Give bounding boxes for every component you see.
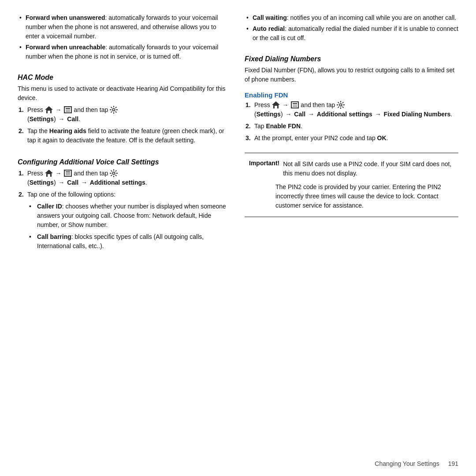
important-row: Important! Not all SIM cards use a PIN2 … bbox=[249, 160, 454, 178]
home-icon bbox=[45, 106, 53, 113]
enabling-fdn-heading: Enabling FDN bbox=[245, 91, 458, 99]
fdn-intro: Fixed Dial Number (FDN), allows you to r… bbox=[245, 66, 458, 84]
menu-icon-2 bbox=[64, 170, 72, 177]
top-bullets: Forward when unanswered: automatically f… bbox=[18, 13, 231, 63]
svg-rect-4 bbox=[48, 174, 50, 177]
config-step-1: 1. Press → and then tap bbox=[18, 169, 231, 187]
hac-steps: 1. Press → bbox=[18, 105, 231, 148]
settings-icon-2 bbox=[110, 169, 118, 177]
fdn-step-1: 1. Press → and then tap bbox=[245, 100, 458, 119]
menu-icon bbox=[64, 106, 72, 113]
hac-step-1: 1. Press → bbox=[18, 105, 231, 124]
config-title: Configuring Additional Voice Call Settin… bbox=[18, 158, 231, 166]
right-top-bullets: Call waiting: notifies you of an incomin… bbox=[245, 13, 458, 45]
config-step-2: 2. Tap one of the following options: Cal… bbox=[18, 190, 231, 251]
config-steps: 1. Press → and then tap bbox=[18, 169, 231, 253]
footer-text: Changing Your Settings bbox=[375, 460, 439, 467]
hac-mode-title: HAC Mode bbox=[18, 74, 231, 82]
page: Forward when unanswered: automatically f… bbox=[0, 0, 476, 476]
svg-point-5 bbox=[112, 172, 115, 175]
bullet-call-barring: Call barring: blocks specific types of c… bbox=[27, 232, 231, 251]
config-options: Caller ID: chooses whether your number i… bbox=[27, 202, 231, 251]
home-icon-3 bbox=[272, 101, 280, 108]
home-icon-2 bbox=[45, 170, 53, 177]
important-text: Not all SIM cards use a PIN2 code. If yo… bbox=[283, 160, 454, 178]
bullet-forward-unanswered: Forward when unanswered: automatically f… bbox=[18, 13, 231, 41]
fdn-step-3: 3. At the prompt, enter your PIN2 code a… bbox=[245, 134, 458, 143]
fdn-step-2: 2. Tap Enable FDN. bbox=[245, 122, 458, 131]
bullet-forward-unreachable: Forward when unreachable: automatically … bbox=[18, 43, 231, 61]
footer-page: 191 bbox=[448, 460, 458, 467]
bullet-call-waiting: Call waiting: notifies you of an incomin… bbox=[245, 13, 458, 22]
important-extra: The PIN2 code is provided by your carrie… bbox=[249, 182, 454, 210]
fdn-steps: 1. Press → and then tap bbox=[245, 100, 458, 145]
settings-icon bbox=[110, 106, 118, 114]
important-box: Important! Not all SIM cards use a PIN2 … bbox=[245, 152, 458, 217]
menu-icon-3 bbox=[291, 101, 299, 108]
right-column: Call waiting: notifies you of an incomin… bbox=[245, 13, 458, 453]
bullet-auto-redial: Auto redial: automatically redial the di… bbox=[245, 24, 458, 43]
left-column: Forward when unanswered: automatically f… bbox=[18, 13, 231, 453]
settings-icon-3 bbox=[337, 101, 345, 109]
hac-step-2: 2. Tap the Hearing aids field to activat… bbox=[18, 126, 231, 145]
important-label: Important! bbox=[249, 160, 279, 178]
svg-point-8 bbox=[339, 104, 342, 106]
svg-point-2 bbox=[112, 109, 115, 111]
fdn-title: Fixed Dialing Numbers bbox=[245, 55, 458, 63]
bullet-caller-id: Caller ID: chooses whether your number i… bbox=[27, 202, 231, 230]
footer: Changing Your Settings 191 bbox=[18, 453, 458, 467]
hac-intro: This menu is used to activate or deactiv… bbox=[18, 84, 231, 103]
svg-rect-1 bbox=[48, 111, 50, 113]
svg-rect-7 bbox=[275, 106, 277, 108]
